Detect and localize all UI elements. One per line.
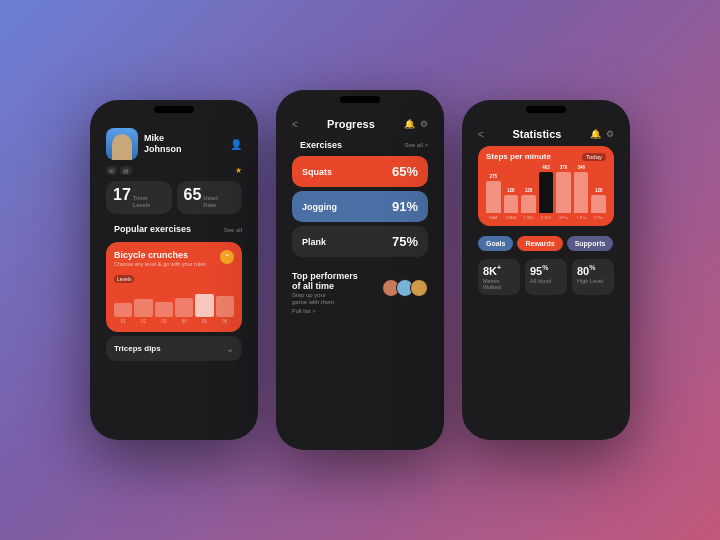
plank-name: Plank [302, 237, 326, 247]
phone-1: Mike Johnson 👤 ⊞ ▤ ★ 17 TimerLevels [90, 100, 258, 440]
day-1: 01 [114, 319, 132, 324]
phone-1-screen: Mike Johnson 👤 ⊞ ▤ ★ 17 TimerLevels [98, 110, 250, 430]
bar-label-4: 2:30d [541, 215, 551, 220]
exercises-label-row: Exercises See all > [284, 136, 436, 156]
tab-goals[interactable]: Goals [478, 236, 513, 251]
metres-value: 8K+ [483, 264, 515, 277]
triceps-dips-card[interactable]: Triceps dips ⌄ [106, 336, 242, 361]
levels-label: TimerLevels [133, 195, 150, 209]
day-4: 04 [175, 319, 193, 324]
icon-box-1: ⊞ [106, 166, 117, 175]
bar-val-1: 275 [490, 174, 498, 179]
bar-label-2: 12AM [506, 215, 516, 220]
gear-icon-3[interactable]: ⚙ [606, 129, 614, 139]
jogging-bar[interactable]: Jogging 91% [292, 191, 428, 222]
p3-header-icons: 🔔 ⚙ [590, 129, 614, 139]
highlevel-value: 80% [577, 264, 609, 277]
steps-title: Steps per minute [486, 152, 551, 161]
bar-wrap-1: 275 6AM [486, 165, 501, 220]
bar-val-2: 128 [507, 188, 515, 193]
top-performers-sub-1: Step up your [292, 292, 358, 298]
bar-5-active [195, 294, 213, 318]
stat-allblood: 95% All-blood [525, 259, 567, 295]
exercises-title-row: Popular exercises See all [98, 220, 250, 242]
squats-bar[interactable]: Squats 65% [292, 156, 428, 187]
exercise-title: Bicycle crunches [114, 250, 234, 260]
bar-label-7: 2:Pm [594, 215, 603, 220]
avatar [106, 128, 138, 160]
bar-label-1: 6AM [489, 215, 497, 220]
top-performers: Top performers of all time Step up your … [284, 261, 436, 314]
jogging-pct: 91% [392, 199, 418, 214]
tab-supports[interactable]: Supports [567, 236, 614, 251]
top-performers-sub-2: game with them [292, 299, 358, 305]
bar-6 [216, 296, 234, 317]
steps-chart: 275 6AM 128 12AM 128 1:30d [486, 165, 606, 220]
triceps-name: Triceps dips [114, 344, 161, 353]
full-list-link[interactable]: Full list > [292, 308, 428, 314]
bar-wrap-3: 128 1:30d [521, 165, 536, 220]
bar-val-3: 128 [525, 188, 533, 193]
p3-tabs: Goals Rewards Supports [470, 232, 622, 255]
bar-el-4 [539, 172, 554, 213]
header-icons: 🔔 ⚙ [404, 119, 428, 129]
today-badge[interactable]: Today [582, 153, 606, 161]
avatar-person [112, 134, 132, 160]
bicycle-crunches-card[interactable]: Bicycle crunches Choose any level & go w… [106, 242, 242, 332]
allblood-label: All-blood [530, 278, 562, 284]
back-button[interactable]: < [292, 119, 298, 130]
avatar-inner [106, 128, 138, 160]
day-3: 03 [155, 319, 173, 324]
bar-label-3: 1:30d [523, 215, 533, 220]
bar-3 [155, 302, 173, 317]
p3-stats-row: 8K+ Metres Walked 95% All-blood 80% High… [470, 255, 622, 295]
progress-title: Progress [327, 118, 375, 130]
user-icon[interactable]: 👤 [230, 139, 242, 150]
bar-4 [175, 298, 193, 318]
bar-el-2 [504, 195, 519, 213]
tab-rewards[interactable]: Rewards [517, 236, 562, 251]
bar-el-7 [591, 195, 606, 213]
bell-icon[interactable]: 🔔 [404, 119, 415, 129]
exercises-label: Exercises [292, 138, 350, 152]
bar-wrap-4-active: 403 2:30d [539, 165, 554, 220]
statistics-title: Statistics [512, 128, 561, 140]
top-performers-text: Top performers of all time Step up your … [292, 271, 358, 305]
bar-label-5: 3:Pm [559, 215, 568, 220]
see-all[interactable]: See all > [404, 142, 428, 148]
bell-icon-3[interactable]: 🔔 [590, 129, 601, 139]
squats-pct: 65% [392, 164, 418, 179]
see-all-link[interactable]: See all [224, 227, 242, 233]
performer-avatars [382, 279, 428, 297]
plank-bar[interactable]: Plank 75% [292, 226, 428, 257]
p1-stats-row: ⊞ ▤ ★ [98, 166, 250, 181]
steps-card: Steps per minute Today 275 6AM 128 12AM [478, 146, 614, 226]
jogging-name: Jogging [302, 202, 337, 212]
bar-wrap-2: 128 12AM [504, 165, 519, 220]
bar-val-7: 128 [595, 188, 603, 193]
allblood-value: 95% [530, 264, 562, 277]
day-labels: 01 02 03 04 05 06 [114, 319, 234, 324]
p1-header: Mike Johnson 👤 [98, 124, 250, 166]
bar-1 [114, 303, 132, 317]
metres-label: Metres Walked [483, 278, 515, 290]
bar-val-5: 370 [560, 165, 568, 170]
bar-val-6: 346 [577, 165, 585, 170]
icon-box-2: ▤ [120, 166, 132, 175]
expand-icon[interactable]: ⌄ [226, 343, 234, 354]
bar-2 [134, 299, 152, 317]
bar-val-4: 403 [542, 165, 550, 170]
bar-el-5 [556, 172, 571, 213]
gear-icon[interactable]: ⚙ [420, 119, 428, 129]
back-button-3[interactable]: < [478, 129, 484, 140]
plank-pct: 75% [392, 234, 418, 249]
metric-levels: 17 TimerLevels [106, 181, 172, 214]
bar-wrap-5: 370 3:Pm [556, 165, 571, 220]
exercise-bars [114, 289, 234, 317]
user-name: Mike Johnson [144, 133, 224, 155]
exercise-subtitle: Choose any level & go with your rules [114, 261, 234, 267]
star-icon: ★ [235, 166, 242, 175]
day-6: 06 [216, 319, 234, 324]
rate-value: 65 [184, 186, 202, 204]
phone-2: < Progress 🔔 ⚙ Exercises See all > Squat… [276, 90, 444, 450]
